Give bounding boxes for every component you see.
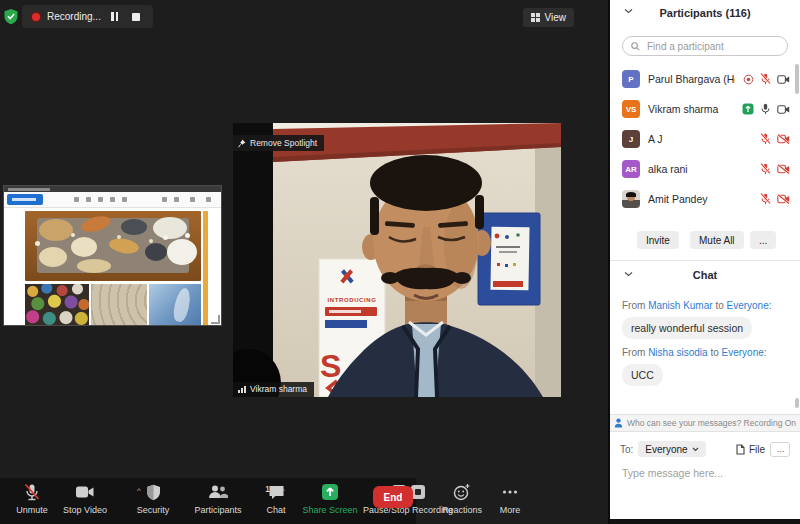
search-icon: [631, 42, 640, 51]
mic-muted-icon: [760, 193, 771, 205]
mic-muted-icon: [760, 163, 771, 175]
participant-name: Amit Pandey: [648, 193, 752, 205]
participant-row[interactable]: VS Vikram sharma: [610, 94, 800, 124]
preview-toolbar: [4, 192, 221, 208]
mic-muted-icon: [760, 73, 771, 85]
speaker-video-tile[interactable]: INTRODUCING S: [233, 123, 561, 397]
side-panel: Participants (116) P Parul Bhargava (Hos…: [610, 0, 800, 519]
more-dots-icon: [502, 489, 518, 495]
preview-content: [4, 208, 221, 325]
participants-actions: Invite Mute All ...: [610, 228, 800, 254]
mic-muted-icon: [760, 133, 771, 145]
speaker-name: Vikram sharma: [250, 384, 307, 394]
avatar-photo: [622, 190, 640, 208]
meeting-stage: Recording... View: [0, 0, 608, 524]
more-button[interactable]: More: [465, 482, 555, 515]
avatar: P: [622, 70, 640, 88]
zoom-meeting-window: Recording... View: [0, 0, 800, 524]
stop-video-label: Stop Video: [63, 505, 107, 515]
mic-on-icon: [760, 103, 771, 115]
chevron-down-icon: [692, 447, 699, 452]
camera-off-icon: [777, 194, 790, 204]
more-label: More: [500, 505, 521, 515]
speaker-name-label: Vikram sharma: [233, 382, 314, 397]
file-icon: [736, 444, 745, 455]
stones-footprints-image: [25, 211, 201, 281]
mute-all-button[interactable]: Mute All: [690, 231, 744, 249]
banner-word: INTRODUCING: [328, 297, 377, 303]
chat-message-list: From Manish Kumar to Everyone: really wo…: [622, 292, 790, 386]
chat-message-bubble: really wonderful session: [622, 317, 752, 339]
chat-label: Chat: [266, 505, 285, 515]
participant-row[interactable]: P Parul Bhargava (Host, me): [610, 64, 800, 94]
remove-spotlight-button[interactable]: Remove Spotlight: [233, 135, 324, 151]
speaker-video-feed: INTRODUCING S: [233, 123, 561, 397]
invite-button[interactable]: Invite: [637, 231, 679, 249]
participants-panel-header: Participants (116): [610, 0, 800, 26]
privacy-note-text: Who can see your messages? Recording On: [627, 418, 796, 428]
pin-icon: [238, 139, 246, 148]
grid-view-icon: [531, 13, 540, 22]
pause-recording-icon[interactable]: [108, 10, 122, 24]
participant-search-box[interactable]: [622, 36, 788, 56]
collapse-participants-chevron-icon[interactable]: [624, 8, 633, 14]
participant-name: alka rani: [648, 163, 752, 175]
video-camera-icon: [75, 485, 95, 499]
privacy-person-icon: [614, 418, 623, 428]
recording-dot-icon: [32, 13, 40, 21]
participant-row[interactable]: AR alka rani: [610, 154, 800, 184]
participants-icon: [207, 484, 229, 500]
participants-scrollbar[interactable]: [795, 64, 799, 94]
collapse-chat-chevron-icon[interactable]: [624, 271, 633, 277]
avatar: VS: [622, 100, 640, 118]
shield-icon: [146, 484, 161, 501]
recipient-name[interactable]: Everyone:: [722, 347, 767, 358]
view-button[interactable]: View: [523, 8, 575, 27]
file-button[interactable]: File: [736, 444, 765, 455]
stop-recording-icon[interactable]: [129, 10, 143, 24]
chat-privacy-note: Who can see your messages? Recording On: [610, 414, 800, 432]
sender-name[interactable]: Nisha sisodia: [648, 347, 707, 358]
participant-row[interactable]: Amit Pandey: [610, 184, 800, 214]
remove-spotlight-label: Remove Spotlight: [250, 138, 317, 148]
camera-off-icon: [777, 164, 790, 174]
participants-more-button[interactable]: ...: [750, 231, 776, 249]
participant-search-input[interactable]: [645, 40, 779, 53]
connection-signal-icon: [238, 386, 246, 393]
chat-bubble-icon: [268, 484, 285, 500]
recording-label: Recording...: [47, 11, 101, 22]
blue-water-image: [149, 284, 201, 325]
chat-scrollbar[interactable]: [795, 398, 799, 408]
security-shield-icon[interactable]: [3, 8, 19, 25]
banner-letter: S: [320, 348, 341, 384]
participant-name: Vikram sharma: [648, 103, 734, 115]
preview-resize-handle[interactable]: [211, 315, 220, 324]
share-screen-icon: [321, 483, 339, 501]
screen-share-preview-window[interactable]: [3, 185, 222, 326]
avatar: AR: [622, 160, 640, 178]
avatar: J: [622, 130, 640, 148]
recording-indicator: Recording...: [22, 5, 153, 28]
participant-row[interactable]: J A J: [610, 124, 800, 154]
recipient-name[interactable]: Everyone:: [727, 300, 772, 311]
preview-scrollbar[interactable]: [203, 211, 208, 325]
security-label: Security: [137, 505, 170, 515]
end-meeting-button[interactable]: End: [373, 486, 413, 508]
camera-off-icon: [777, 134, 790, 144]
participant-name: Parul Bhargava (Host, me): [648, 73, 735, 85]
view-label: View: [545, 12, 567, 23]
preview-primary-button[interactable]: [7, 194, 43, 205]
participants-panel-title: Participants (116): [659, 7, 750, 19]
participant-list: P Parul Bhargava (Host, me): [610, 64, 800, 214]
sharing-status-icon: [742, 103, 754, 115]
camera-on-icon: [777, 105, 790, 114]
sender-name[interactable]: Manish Kumar: [648, 300, 712, 311]
chat-message-bubble: UCC: [622, 364, 663, 386]
sand-ripples-image: [91, 284, 147, 325]
chat-more-button[interactable]: ...: [770, 442, 790, 457]
chat-message-input[interactable]: [620, 466, 794, 480]
participant-name: A J: [648, 133, 752, 145]
chat-message-meta: From Nisha sisodia to Everyone:: [622, 347, 790, 358]
recording-status-icon: [743, 74, 754, 85]
recipient-select[interactable]: Everyone: [638, 441, 705, 457]
